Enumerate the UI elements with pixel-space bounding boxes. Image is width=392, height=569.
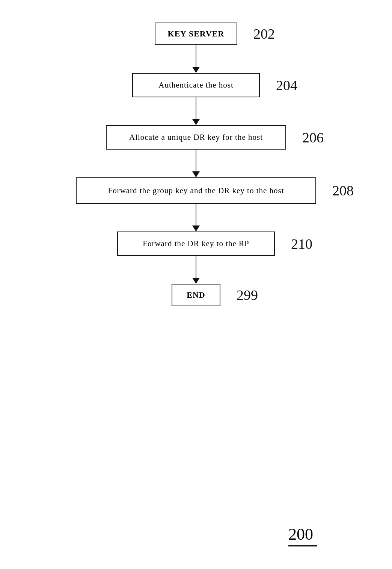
arrow-4: [192, 225, 200, 232]
arrow-3: [192, 171, 200, 177]
connector-line-4: [196, 204, 197, 226]
connector-2: [192, 97, 200, 125]
connector-4: [192, 204, 200, 232]
authenticate-label: Authenticate the host: [158, 80, 233, 90]
forward-dr-label: Forward the DR key to the RP: [143, 239, 249, 248]
connector-line-1: [196, 45, 197, 68]
connector-line-3: [196, 150, 197, 172]
arrow-1: [192, 67, 200, 73]
forward-dr-wrapper: Forward the DR key to the RP 210: [117, 232, 275, 256]
forward-dr-ref: 210: [291, 236, 312, 252]
allocate-ref: 206: [302, 129, 324, 146]
allocate-box: Allocate a unique DR key for the host: [106, 125, 286, 150]
allocate-wrapper: Allocate a unique DR key for the host 20…: [106, 125, 286, 150]
allocate-label: Allocate a unique DR key for the host: [129, 133, 263, 142]
key-server-box: KEY SERVER: [155, 23, 237, 45]
forward-group-ref: 208: [332, 182, 354, 199]
bottom-diagram-label: 200: [288, 525, 317, 546]
diagram-container: KEY SERVER 202 Authenticate the host 204…: [0, 0, 392, 306]
key-server-label: KEY SERVER: [168, 29, 225, 39]
end-box: END: [172, 284, 220, 306]
end-ref: 299: [237, 287, 258, 303]
end-label: END: [187, 290, 205, 300]
connector-5: [192, 256, 200, 284]
arrow-5: [192, 278, 200, 284]
connector-3: [192, 150, 200, 177]
forward-group-box: Forward the group key and the DR key to …: [76, 177, 316, 204]
connector-line-2: [196, 97, 197, 120]
connector-1: [192, 45, 200, 73]
forward-group-label: Forward the group key and the DR key to …: [108, 186, 284, 195]
key-server-ref: 202: [253, 26, 275, 42]
end-wrapper: END 299: [172, 284, 220, 306]
arrow-2: [192, 119, 200, 125]
authenticate-box: Authenticate the host: [132, 73, 260, 97]
key-server-wrapper: KEY SERVER 202: [155, 23, 237, 45]
forward-dr-box: Forward the DR key to the RP: [117, 232, 275, 256]
authenticate-wrapper: Authenticate the host 204: [132, 73, 260, 97]
authenticate-ref: 204: [276, 77, 297, 94]
forward-group-wrapper: Forward the group key and the DR key to …: [76, 177, 316, 204]
connector-line-5: [196, 256, 197, 278]
